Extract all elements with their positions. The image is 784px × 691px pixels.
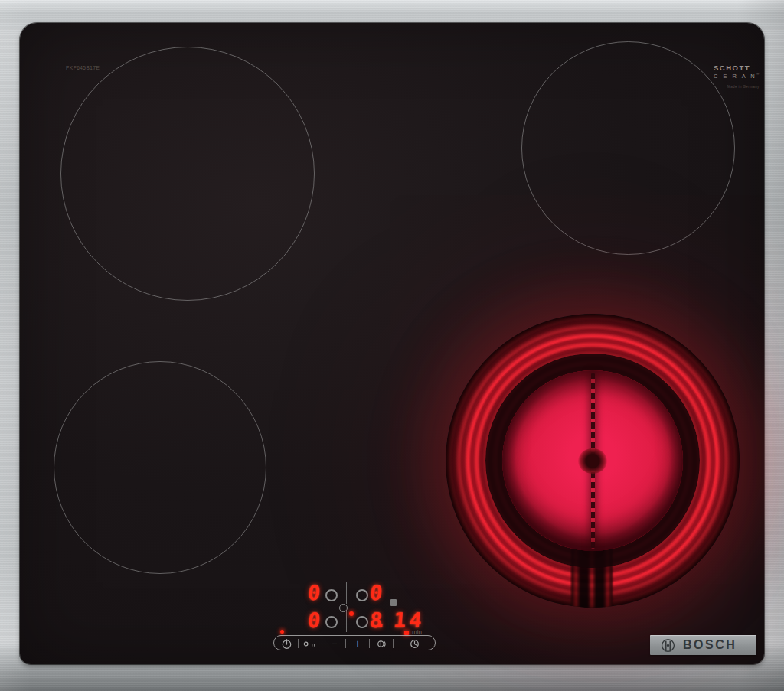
bosch-armature-icon bbox=[661, 638, 675, 653]
power-button[interactable] bbox=[275, 636, 298, 651]
zone-indicator-ring bbox=[356, 589, 368, 601]
cooking-zone-rear-left bbox=[60, 47, 315, 301]
display-timer-minutes: 14 bbox=[393, 611, 426, 630]
dual-circuit-indicator bbox=[390, 599, 397, 606]
display-front-left-level: 0 bbox=[307, 611, 321, 630]
dual-zone-icon bbox=[377, 639, 387, 649]
bosch-logo-badge: BOSCH bbox=[650, 635, 756, 655]
timer-clock-icon bbox=[410, 639, 420, 649]
power-led bbox=[280, 630, 284, 634]
cooking-zone-front-left bbox=[54, 361, 266, 574]
cooking-zone-front-right-active bbox=[446, 314, 740, 608]
cooktop: PKF645B17E SCHOTT C E R A N® Made in Ger… bbox=[0, 0, 784, 691]
zone-indicator-ring bbox=[325, 589, 338, 601]
child-lock-key-icon bbox=[303, 640, 317, 647]
schott-ceran-print: SCHOTT C E R A N® Made in Germany bbox=[714, 64, 761, 89]
display-divider bbox=[346, 582, 347, 604]
timer-button[interactable] bbox=[402, 636, 426, 651]
timer-unit-label: min bbox=[412, 628, 422, 635]
minus-button[interactable]: − bbox=[322, 636, 345, 651]
bosch-logo-text: BOSCH bbox=[683, 638, 737, 652]
dual-zone-button[interactable] bbox=[370, 636, 393, 651]
control-divider bbox=[393, 639, 394, 648]
schott-line2: C E R A N® bbox=[714, 73, 761, 80]
cooking-zone-rear-right bbox=[521, 41, 735, 255]
display-front-right-level: 8. bbox=[369, 611, 381, 630]
schott-subline: Made in Germany bbox=[727, 85, 761, 89]
display-rear-right-level: 0 bbox=[369, 584, 383, 602]
display-rear-left-level: 0 bbox=[307, 584, 321, 602]
power-icon bbox=[281, 638, 292, 650]
child-lock-button[interactable] bbox=[299, 636, 322, 651]
zone-indicator-ring bbox=[356, 616, 368, 628]
zone-indicator-ring bbox=[325, 616, 338, 628]
active-zone-led bbox=[349, 611, 354, 616]
element-center-spot bbox=[578, 448, 607, 474]
plus-button[interactable]: + bbox=[346, 636, 369, 651]
model-code-print: PKF645B17E bbox=[66, 65, 100, 70]
touch-control-strip: − + bbox=[273, 635, 436, 650]
display-divider bbox=[346, 611, 347, 632]
